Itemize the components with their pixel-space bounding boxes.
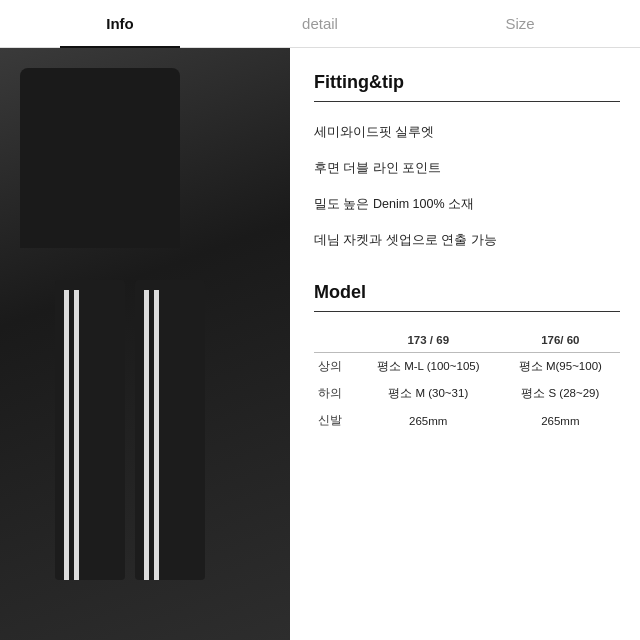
table-row: 신발265mm265mm bbox=[314, 407, 620, 434]
tab-info[interactable]: Info bbox=[20, 0, 220, 47]
model-section: Model 173 / 69 176/ 60 상의평소 M-L (100~105… bbox=[314, 282, 620, 434]
tab-detail[interactable]: detail bbox=[220, 0, 420, 47]
cell-2-0: 265mm bbox=[356, 407, 501, 434]
model-divider bbox=[314, 311, 620, 312]
fitting-title: Fitting&tip bbox=[314, 72, 620, 93]
product-image bbox=[0, 48, 290, 640]
row-label-0: 상의 bbox=[314, 353, 356, 381]
cell-1-0: 평소 M (30~31) bbox=[356, 380, 501, 407]
table-header-empty bbox=[314, 328, 356, 353]
tip-1: 세미와이드핏 실루엣 bbox=[314, 118, 620, 146]
tab-bar: Info detail Size bbox=[0, 0, 640, 48]
tip-4: 데님 자켓과 셋업으로 연출 가능 bbox=[314, 226, 620, 254]
cell-0-0: 평소 M-L (100~105) bbox=[356, 353, 501, 381]
right-content: Fitting&tip 세미와이드핏 실루엣 후면 더블 라인 포인트 밀도 높… bbox=[290, 48, 640, 640]
cell-1-1: 평소 S (28~29) bbox=[501, 380, 620, 407]
model-title: Model bbox=[314, 282, 620, 303]
table-col-2: 176/ 60 bbox=[501, 328, 620, 353]
row-label-1: 하의 bbox=[314, 380, 356, 407]
table-row: 하의평소 M (30~31)평소 S (28~29) bbox=[314, 380, 620, 407]
table-row: 상의평소 M-L (100~105)평소 M(95~100) bbox=[314, 353, 620, 381]
fitting-section: Fitting&tip 세미와이드핏 실루엣 후면 더블 라인 포인트 밀도 높… bbox=[314, 72, 620, 254]
fitting-divider bbox=[314, 101, 620, 102]
main-content: Fitting&tip 세미와이드핏 실루엣 후면 더블 라인 포인트 밀도 높… bbox=[0, 48, 640, 640]
cell-0-1: 평소 M(95~100) bbox=[501, 353, 620, 381]
model-table: 173 / 69 176/ 60 상의평소 M-L (100~105)평소 M(… bbox=[314, 328, 620, 434]
table-col-1: 173 / 69 bbox=[356, 328, 501, 353]
tab-size[interactable]: Size bbox=[420, 0, 620, 47]
tip-2: 후면 더블 라인 포인트 bbox=[314, 154, 620, 182]
row-label-2: 신발 bbox=[314, 407, 356, 434]
tip-3: 밀도 높은 Denim 100% 소재 bbox=[314, 190, 620, 218]
cell-2-1: 265mm bbox=[501, 407, 620, 434]
